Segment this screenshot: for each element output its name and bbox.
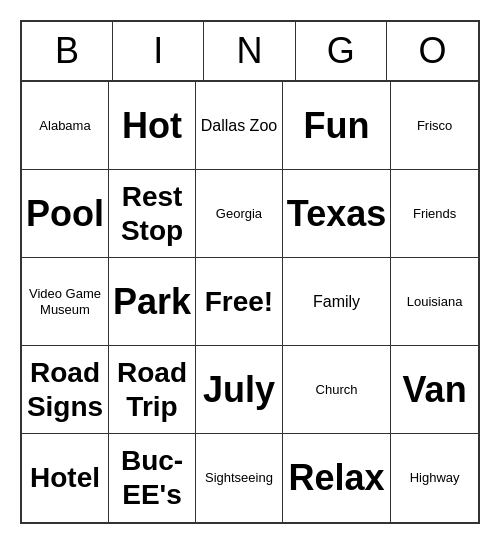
bingo-cell-2: Dallas Zoo: [196, 82, 283, 170]
cell-text-18: Church: [316, 382, 358, 398]
bingo-cell-6: Rest Stop: [109, 170, 196, 258]
bingo-cell-12: Free!: [196, 258, 283, 346]
bingo-cell-14: Louisiana: [391, 258, 478, 346]
cell-text-14: Louisiana: [407, 294, 463, 310]
cell-text-16: Road Trip: [113, 356, 191, 423]
cell-text-6: Rest Stop: [113, 180, 191, 247]
cell-text-7: Georgia: [216, 206, 262, 222]
cell-text-22: Sightseeing: [205, 470, 273, 486]
cell-text-24: Highway: [410, 470, 460, 486]
bingo-cell-7: Georgia: [196, 170, 283, 258]
cell-text-10: Video Game Museum: [26, 286, 104, 317]
bingo-cell-21: Buc-EE's: [109, 434, 196, 522]
cell-text-3: Fun: [304, 104, 370, 147]
cell-text-17: July: [203, 368, 275, 411]
cell-text-12: Free!: [205, 285, 273, 319]
bingo-cell-8: Texas: [283, 170, 391, 258]
header-letter-I: I: [113, 22, 204, 80]
bingo-cell-18: Church: [283, 346, 391, 434]
bingo-cell-3: Fun: [283, 82, 391, 170]
bingo-header: BINGO: [22, 22, 478, 82]
bingo-cell-17: July: [196, 346, 283, 434]
cell-text-1: Hot: [122, 104, 182, 147]
bingo-cell-24: Highway: [391, 434, 478, 522]
bingo-card: BINGO AlabamaHotDallas ZooFunFriscoPoolR…: [20, 20, 480, 524]
bingo-cell-0: Alabama: [22, 82, 109, 170]
cell-text-11: Park: [113, 280, 191, 323]
header-letter-B: B: [22, 22, 113, 80]
bingo-cell-1: Hot: [109, 82, 196, 170]
cell-text-8: Texas: [287, 192, 386, 235]
bingo-cell-5: Pool: [22, 170, 109, 258]
bingo-grid: AlabamaHotDallas ZooFunFriscoPoolRest St…: [22, 82, 478, 522]
bingo-cell-9: Friends: [391, 170, 478, 258]
cell-text-21: Buc-EE's: [113, 444, 191, 511]
cell-text-23: Relax: [288, 456, 384, 499]
bingo-cell-22: Sightseeing: [196, 434, 283, 522]
header-letter-O: O: [387, 22, 478, 80]
header-letter-N: N: [204, 22, 295, 80]
bingo-cell-20: Hotel: [22, 434, 109, 522]
cell-text-13: Family: [313, 292, 360, 311]
bingo-cell-13: Family: [283, 258, 391, 346]
cell-text-15: Road Signs: [26, 356, 104, 423]
bingo-cell-15: Road Signs: [22, 346, 109, 434]
header-letter-G: G: [296, 22, 387, 80]
bingo-cell-23: Relax: [283, 434, 391, 522]
bingo-cell-11: Park: [109, 258, 196, 346]
cell-text-0: Alabama: [39, 118, 90, 134]
bingo-cell-16: Road Trip: [109, 346, 196, 434]
cell-text-2: Dallas Zoo: [201, 116, 277, 135]
cell-text-4: Frisco: [417, 118, 452, 134]
bingo-cell-4: Frisco: [391, 82, 478, 170]
cell-text-5: Pool: [26, 192, 104, 235]
bingo-cell-10: Video Game Museum: [22, 258, 109, 346]
cell-text-20: Hotel: [30, 461, 100, 495]
bingo-cell-19: Van: [391, 346, 478, 434]
cell-text-9: Friends: [413, 206, 456, 222]
cell-text-19: Van: [403, 368, 467, 411]
